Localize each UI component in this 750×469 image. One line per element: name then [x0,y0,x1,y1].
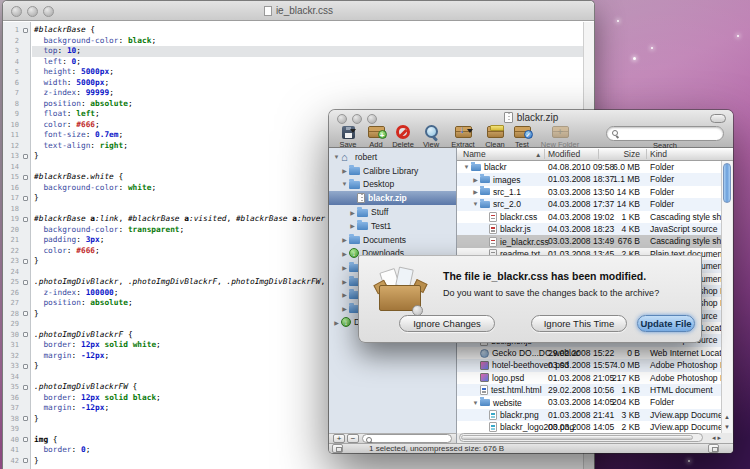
sidebar-item-robert[interactable]: ▼⌂robert [329,150,456,164]
disclosure-triangle-icon[interactable]: ▼ [462,164,471,170]
close-button[interactable] [11,6,22,17]
disclosure-triangle-icon[interactable]: ▶ [340,236,349,243]
sidebar-item-desktop[interactable]: ▼Desktop [329,178,456,192]
update-file-button[interactable]: Update File [637,315,695,332]
disclosure-triangle-icon[interactable]: ▼ [340,181,349,187]
fold-marker-icon[interactable] [23,154,28,159]
fold-marker-icon[interactable] [23,217,28,222]
fold-marker-icon[interactable] [23,364,28,369]
fold-marker-icon[interactable] [23,28,28,33]
sidebar-filter-input[interactable] [362,434,452,443]
fold-marker-icon[interactable] [23,175,28,180]
fold-marker-icon[interactable] [23,311,28,316]
table-row[interactable]: Gecko DO...DC.webloc29.02.2008 15:220 BW… [457,347,723,359]
sidebar-item-stuff[interactable]: ▶Stuff [329,205,456,219]
horizontal-scroll-arrows[interactable]: ◂ ▸ [712,434,721,442]
column-header-size[interactable]: Size [602,148,640,161]
column-header-modified[interactable]: Modified [548,148,580,161]
column-divider[interactable] [598,149,599,159]
test-button[interactable]: ✓Test [509,125,535,149]
code-line[interactable]: 7 z-index: 99999; [3,88,583,99]
status-right-button[interactable] [708,444,719,453]
ignore-changes-button[interactable]: Ignore Changes [399,315,495,332]
table-row[interactable]: ▶images01.03.2008 18:371.1 MBFolder [457,173,723,185]
ignore-this-time-button[interactable]: Ignore This Time [531,315,627,332]
disclosure-triangle-icon[interactable]: ▼ [471,201,480,207]
disclosure-triangle-icon[interactable]: ▶ [471,188,480,195]
table-row[interactable]: logo.psd01.03.2008 21:05217 KBAdobe Phot… [457,372,723,384]
disclosure-triangle-icon[interactable]: ▶ [348,222,357,229]
column-divider[interactable] [646,149,647,159]
code-line[interactable]: 3 top: 10; [3,46,583,57]
code-line[interactable]: 8 position: absolute; [3,99,583,110]
disclosure-triangle-icon[interactable]: ▶ [340,167,349,174]
add-sidebar-item-button[interactable]: + [333,434,345,443]
table-row[interactable]: blackr_logo200.png03.03.2008 14:052 KBJV… [457,421,723,433]
disclosure-triangle-icon[interactable]: ▼ [471,400,480,406]
column-divider[interactable] [544,149,545,159]
fold-marker-icon[interactable] [23,332,28,337]
delete-button[interactable]: Delete [389,125,417,149]
archive-title-bar[interactable]: blackr.zip Save+AddDeleteView↓ExtractCle… [329,110,733,148]
close-button[interactable] [337,114,347,124]
zoom-button[interactable] [43,6,54,17]
dropdown-caret-icon[interactable] [350,129,356,133]
disclosure-triangle-icon[interactable]: ▶ [340,264,349,271]
scrollbar-thumb[interactable] [723,163,731,203]
disclosure-triangle-icon[interactable]: ▶ [348,209,357,216]
view-button[interactable]: View [417,125,445,149]
minimize-button[interactable] [27,6,38,17]
sidebar-item-test1[interactable]: ▶Test1 [329,219,456,233]
table-row[interactable]: blackr.js04.03.2008 18:234 KBJavaScript … [457,223,723,235]
table-row[interactable]: hotel-beethoven.psd03.03.2008 15:574.0 M… [457,359,723,371]
extract-button[interactable]: ↓Extract [445,125,481,149]
add-button[interactable]: +Add [363,125,389,149]
horizontal-scrollbar[interactable] [459,433,703,442]
code-line[interactable]: 6 width: 5000px; [3,78,583,89]
vertical-scrollbar[interactable]: ▲▼ [721,161,732,433]
status-left-button[interactable] [332,444,343,453]
column-header-kind[interactable]: Kind [650,148,667,161]
table-row[interactable]: test.html.html29.02.2008 10:561 KBHTML d… [457,384,723,396]
table-row[interactable]: ▼website03.03.2008 14:05204 KBFolder [457,396,723,408]
sidebar-item-documents[interactable]: ▶Documents [329,233,456,247]
fold-marker-icon[interactable] [23,385,28,390]
fold-marker-icon[interactable] [23,259,28,264]
table-row[interactable]: ▼blackr04.08.2010 09:586.0 MBFolder [457,161,723,173]
disclosure-triangle-icon[interactable]: ▶ [340,305,349,312]
table-row[interactable]: ▼src_2.004.03.2008 17:3714 KBFolder [457,198,723,210]
scrollbar-arrows[interactable]: ▲▼ [722,412,732,432]
sidebar-item-blackr-zip[interactable]: blackr.zip [329,191,456,205]
table-row[interactable]: ie_blackr.css03.03.2008 13:49676 BCascad… [457,235,723,247]
code-line[interactable]: 4 left: 0; [3,57,583,68]
code-line[interactable]: 42} [3,456,583,467]
fold-marker-icon[interactable] [23,437,28,442]
editor-title-bar[interactable]: ie_blackr.css [3,1,594,21]
fold-marker-icon[interactable] [23,458,28,463]
code-line[interactable]: 1#blackrBase { [3,25,583,36]
dropdown-caret-icon[interactable] [467,129,473,133]
disclosure-triangle-icon[interactable]: ▶ [340,278,349,285]
scrollbar-thumb[interactable] [461,435,693,440]
fold-marker-icon[interactable] [23,196,28,201]
disclosure-triangle-icon[interactable]: ▶ [471,176,480,183]
disclosure-triangle-icon[interactable]: ▶ [340,250,349,257]
minimize-button[interactable] [352,114,362,124]
code-line[interactable]: 2 background-color: black; [3,36,583,47]
table-row[interactable]: blackr.css04.03.2008 19:021 KBCascading … [457,211,723,223]
zoom-button[interactable] [367,114,377,124]
sidebar-item-calibre-library[interactable]: ▶Calibre Library [329,164,456,178]
disclosure-triangle-icon[interactable]: ▶ [340,291,349,298]
table-row[interactable]: ▶src_1.103.03.2008 13:5014 KBFolder [457,186,723,198]
fold-marker-icon[interactable] [23,416,28,421]
fold-marker-icon[interactable] [23,280,28,285]
disclosure-triangle-icon[interactable]: ▶ [332,319,341,326]
remove-sidebar-item-button[interactable]: − [347,434,359,443]
save-button[interactable]: Save [333,125,363,149]
table-row[interactable]: blackr.png01.03.2008 21:413 KBJView.app … [457,409,723,421]
toolbar-toggle-button[interactable] [710,114,726,123]
disclosure-triangle-icon[interactable]: ▼ [332,154,341,160]
search-input[interactable] [606,126,724,141]
clean-button[interactable]: Clean [481,125,509,149]
code-line[interactable]: 5 height: 5000px; [3,67,583,78]
